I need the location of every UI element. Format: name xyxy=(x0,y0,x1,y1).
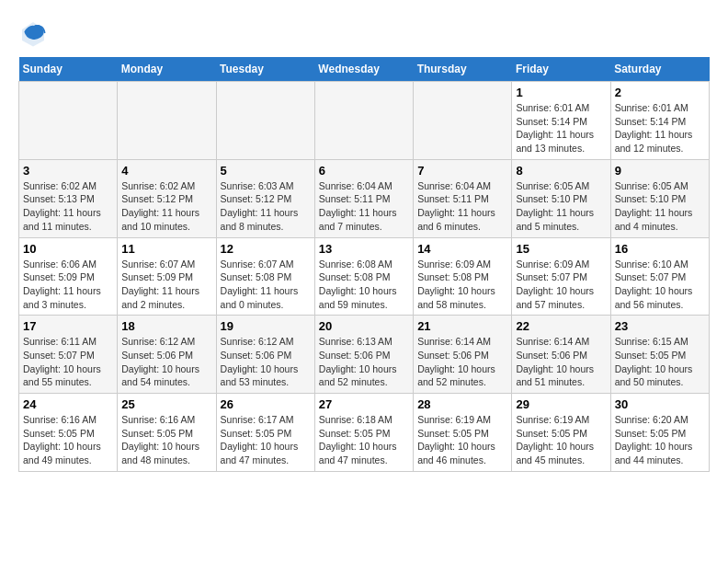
day-info: Sunrise: 6:01 AM Sunset: 5:14 PM Dayligh… xyxy=(615,101,705,155)
day-info: Sunrise: 6:05 AM Sunset: 5:10 PM Dayligh… xyxy=(615,179,705,234)
day-number: 18 xyxy=(121,319,211,333)
day-info: Sunrise: 6:07 AM Sunset: 5:08 PM Dayligh… xyxy=(221,258,311,312)
calendar-cell: 3Sunrise: 6:02 AM Sunset: 5:13 PM Daylig… xyxy=(19,159,118,237)
column-header-wednesday: Wednesday xyxy=(314,57,413,82)
calendar-week-1: 1Sunrise: 6:01 AM Sunset: 5:14 PM Daylig… xyxy=(19,82,710,160)
calendar-cell: 7Sunrise: 6:04 AM Sunset: 5:11 PM Daylig… xyxy=(414,159,512,237)
day-number: 11 xyxy=(121,242,211,256)
day-number: 29 xyxy=(516,397,606,411)
calendar-cell: 9Sunrise: 6:05 AM Sunset: 5:10 PM Daylig… xyxy=(610,159,709,237)
day-number: 28 xyxy=(417,397,507,411)
day-info: Sunrise: 6:04 AM Sunset: 5:11 PM Dayligh… xyxy=(417,179,507,234)
day-number: 16 xyxy=(615,242,705,256)
calendar-cell: 12Sunrise: 6:07 AM Sunset: 5:08 PM Dayli… xyxy=(216,237,314,316)
calendar-cell: 25Sunrise: 6:16 AM Sunset: 5:05 PM Dayli… xyxy=(118,394,216,472)
calendar-table: SundayMondayTuesdayWednesdayThursdayFrid… xyxy=(18,57,710,472)
logo xyxy=(18,18,53,48)
day-number: 30 xyxy=(615,397,705,411)
day-info: Sunrise: 6:19 AM Sunset: 5:05 PM Dayligh… xyxy=(516,413,606,467)
day-info: Sunrise: 6:16 AM Sunset: 5:05 PM Dayligh… xyxy=(23,413,113,467)
day-info: Sunrise: 6:19 AM Sunset: 5:05 PM Dayligh… xyxy=(417,413,507,467)
day-number: 10 xyxy=(23,242,113,256)
column-header-sunday: Sunday xyxy=(19,57,118,82)
logo-icon xyxy=(18,18,48,48)
calendar-cell: 10Sunrise: 6:06 AM Sunset: 5:09 PM Dayli… xyxy=(19,237,118,316)
day-number: 2 xyxy=(615,86,705,99)
day-number: 25 xyxy=(121,397,211,411)
column-header-tuesday: Tuesday xyxy=(216,57,314,82)
day-info: Sunrise: 6:12 AM Sunset: 5:06 PM Dayligh… xyxy=(121,335,211,389)
column-header-saturday: Saturday xyxy=(610,57,709,82)
day-info: Sunrise: 6:16 AM Sunset: 5:05 PM Dayligh… xyxy=(121,413,211,467)
calendar-cell: 2Sunrise: 6:01 AM Sunset: 5:14 PM Daylig… xyxy=(610,82,709,160)
page-header xyxy=(18,18,710,48)
day-info: Sunrise: 6:12 AM Sunset: 5:06 PM Dayligh… xyxy=(221,335,311,389)
calendar-cell: 27Sunrise: 6:18 AM Sunset: 5:05 PM Dayli… xyxy=(314,394,413,472)
calendar-week-2: 3Sunrise: 6:02 AM Sunset: 5:13 PM Daylig… xyxy=(19,159,710,237)
column-header-monday: Monday xyxy=(118,57,216,82)
day-number: 22 xyxy=(516,319,606,333)
day-info: Sunrise: 6:17 AM Sunset: 5:05 PM Dayligh… xyxy=(221,413,311,467)
day-info: Sunrise: 6:14 AM Sunset: 5:06 PM Dayligh… xyxy=(417,335,507,389)
day-number: 21 xyxy=(417,319,507,333)
day-info: Sunrise: 6:14 AM Sunset: 5:06 PM Dayligh… xyxy=(516,335,606,389)
calendar-cell: 28Sunrise: 6:19 AM Sunset: 5:05 PM Dayli… xyxy=(414,394,512,472)
column-header-thursday: Thursday xyxy=(414,57,512,82)
day-number: 7 xyxy=(417,164,507,178)
calendar-cell: 22Sunrise: 6:14 AM Sunset: 5:06 PM Dayli… xyxy=(512,316,610,394)
calendar-cell xyxy=(19,82,118,160)
day-number: 19 xyxy=(221,319,311,333)
day-number: 3 xyxy=(23,164,113,178)
calendar-week-4: 17Sunrise: 6:11 AM Sunset: 5:07 PM Dayli… xyxy=(19,316,710,394)
day-number: 12 xyxy=(221,242,311,256)
day-number: 14 xyxy=(417,242,507,256)
day-info: Sunrise: 6:03 AM Sunset: 5:12 PM Dayligh… xyxy=(221,179,311,234)
calendar-cell xyxy=(314,82,413,160)
calendar-cell: 26Sunrise: 6:17 AM Sunset: 5:05 PM Dayli… xyxy=(216,394,314,472)
day-info: Sunrise: 6:07 AM Sunset: 5:09 PM Dayligh… xyxy=(121,258,211,312)
calendar-cell: 13Sunrise: 6:08 AM Sunset: 5:08 PM Dayli… xyxy=(314,237,413,316)
day-info: Sunrise: 6:15 AM Sunset: 5:05 PM Dayligh… xyxy=(615,335,705,389)
day-info: Sunrise: 6:09 AM Sunset: 5:07 PM Dayligh… xyxy=(516,258,606,312)
day-info: Sunrise: 6:11 AM Sunset: 5:07 PM Dayligh… xyxy=(23,335,113,389)
calendar-cell: 6Sunrise: 6:04 AM Sunset: 5:11 PM Daylig… xyxy=(314,159,413,237)
day-info: Sunrise: 6:10 AM Sunset: 5:07 PM Dayligh… xyxy=(615,258,705,312)
column-header-friday: Friday xyxy=(512,57,610,82)
calendar-cell: 19Sunrise: 6:12 AM Sunset: 5:06 PM Dayli… xyxy=(216,316,314,394)
day-number: 15 xyxy=(516,242,606,256)
calendar-cell: 14Sunrise: 6:09 AM Sunset: 5:08 PM Dayli… xyxy=(414,237,512,316)
calendar-cell: 23Sunrise: 6:15 AM Sunset: 5:05 PM Dayli… xyxy=(610,316,709,394)
calendar-week-5: 24Sunrise: 6:16 AM Sunset: 5:05 PM Dayli… xyxy=(19,394,710,472)
day-number: 1 xyxy=(516,86,606,99)
calendar-cell: 17Sunrise: 6:11 AM Sunset: 5:07 PM Dayli… xyxy=(19,316,118,394)
calendar-cell: 30Sunrise: 6:20 AM Sunset: 5:05 PM Dayli… xyxy=(610,394,709,472)
day-number: 9 xyxy=(615,164,705,178)
day-number: 26 xyxy=(221,397,311,411)
day-number: 5 xyxy=(221,164,311,178)
day-number: 13 xyxy=(319,242,409,256)
day-number: 4 xyxy=(121,164,211,178)
day-number: 17 xyxy=(23,319,113,333)
calendar-cell xyxy=(216,82,314,160)
calendar-cell: 4Sunrise: 6:02 AM Sunset: 5:12 PM Daylig… xyxy=(118,159,216,237)
day-info: Sunrise: 6:09 AM Sunset: 5:08 PM Dayligh… xyxy=(417,258,507,312)
day-number: 20 xyxy=(319,319,409,333)
calendar-cell: 1Sunrise: 6:01 AM Sunset: 5:14 PM Daylig… xyxy=(512,82,610,160)
calendar-header: SundayMondayTuesdayWednesdayThursdayFrid… xyxy=(19,57,710,82)
calendar-cell: 5Sunrise: 6:03 AM Sunset: 5:12 PM Daylig… xyxy=(216,159,314,237)
day-number: 27 xyxy=(319,397,409,411)
day-info: Sunrise: 6:05 AM Sunset: 5:10 PM Dayligh… xyxy=(516,179,606,234)
calendar-cell xyxy=(414,82,512,160)
calendar-cell: 21Sunrise: 6:14 AM Sunset: 5:06 PM Dayli… xyxy=(414,316,512,394)
day-number: 6 xyxy=(319,164,409,178)
calendar-cell: 11Sunrise: 6:07 AM Sunset: 5:09 PM Dayli… xyxy=(118,237,216,316)
day-number: 8 xyxy=(516,164,606,178)
day-info: Sunrise: 6:04 AM Sunset: 5:11 PM Dayligh… xyxy=(319,179,409,234)
calendar-cell: 20Sunrise: 6:13 AM Sunset: 5:06 PM Dayli… xyxy=(314,316,413,394)
day-number: 23 xyxy=(615,319,705,333)
day-info: Sunrise: 6:01 AM Sunset: 5:14 PM Dayligh… xyxy=(516,101,606,155)
calendar-cell xyxy=(118,82,216,160)
day-info: Sunrise: 6:20 AM Sunset: 5:05 PM Dayligh… xyxy=(615,413,705,467)
calendar-cell: 29Sunrise: 6:19 AM Sunset: 5:05 PM Dayli… xyxy=(512,394,610,472)
calendar-cell: 24Sunrise: 6:16 AM Sunset: 5:05 PM Dayli… xyxy=(19,394,118,472)
